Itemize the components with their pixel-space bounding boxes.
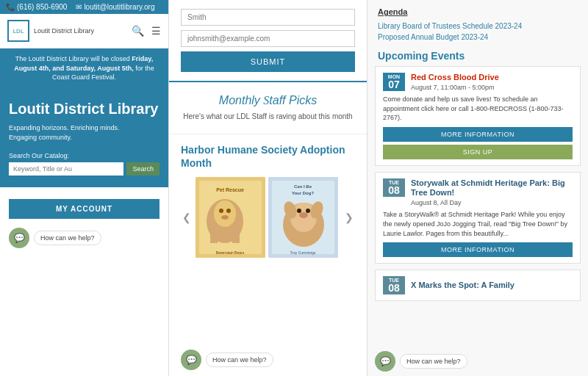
staff-picks-title: Monthly Staff Picks	[181, 94, 355, 107]
svg-text:Troy Cummings: Troy Cummings	[290, 250, 316, 255]
event-date-box-1: MON 07	[383, 73, 405, 91]
right-panel: Agenda Library Board of Trustees Schedul…	[368, 0, 588, 376]
email-address: ✉ loutit@loutitlibrary.org	[76, 3, 154, 11]
phone-icon: 📞	[6, 3, 15, 11]
search-input[interactable]	[9, 162, 123, 176]
form-section: SUBMIT	[169, 0, 367, 82]
more-info-button-1[interactable]: MORE INFORMATION	[383, 127, 573, 142]
agenda-section: Agenda Library Board of Trustees Schedul…	[368, 0, 588, 46]
header-icons: 🔍 ☰	[132, 25, 161, 37]
logo-icon: LDL	[7, 20, 29, 42]
book-covers: Pet Rescue Berenstain Bears	[196, 177, 340, 258]
book-carousel: ❮ Pet Rescue Berenstain Bears	[181, 177, 355, 258]
event-info-2: Storywalk at Schmidt Heritage Park: Big …	[411, 178, 573, 206]
book-art-2: Can I Be Your Dog? Troy Cummings	[268, 177, 338, 258]
staff-picks-section: Monthly Staff Picks Here's what our LDL …	[169, 82, 367, 134]
event-card-2: TUE 08 Storywalk at Schmidt Heritage Par…	[375, 172, 581, 264]
event-actions-1: MORE INFORMATION SIGN UP	[383, 127, 573, 159]
svg-point-19	[306, 209, 310, 213]
event-info-3: X Marks the Spot: A Family	[411, 281, 573, 290]
svg-rect-8	[210, 234, 218, 243]
chat-icon[interactable]: 💬	[9, 228, 29, 248]
svg-rect-9	[232, 234, 240, 243]
event-desc-1: Come donate and help us save lives! To s…	[383, 95, 573, 123]
book-cover-1: Pet Rescue Berenstain Bears	[196, 177, 265, 258]
svg-text:Berenstain Bears: Berenstain Bears	[216, 250, 245, 255]
library-name: Loutit District Library	[34, 27, 94, 35]
svg-point-20	[299, 212, 308, 218]
event-card-3: TUE 08 X Marks the Spot: A Family	[375, 270, 581, 301]
email-icon: ✉	[76, 3, 82, 11]
svg-text:Your Dog?: Your Dog?	[292, 191, 315, 195]
event-header-2: TUE 08 Storywalk at Schmidt Heritage Par…	[383, 178, 573, 206]
svg-point-7	[221, 215, 229, 220]
carousel-prev[interactable]: ❮	[181, 210, 193, 225]
menu-icon[interactable]: ☰	[151, 25, 161, 37]
search-icon[interactable]: 🔍	[132, 25, 144, 37]
adoption-section: Harbor Humane Society Adoption Month ❮ P…	[169, 134, 367, 344]
my-account-section: MY ACCOUNT 💬 How can we help?	[0, 187, 168, 376]
svg-text:Pet Rescue: Pet Rescue	[216, 187, 244, 192]
carousel-next[interactable]: ❯	[343, 210, 355, 225]
event-date-1: August 7, 11:00am - 5:00pm	[411, 84, 573, 91]
event-desc-2: Take a StoryWalk® at Schmidt Heritage Pa…	[383, 210, 573, 238]
logo: LDL Loutit District Library	[7, 20, 94, 42]
agenda-title: Agenda	[378, 7, 578, 16]
book-cover-2: Can I Be Your Dog? Troy Cummings	[268, 177, 338, 258]
event-title-1: Red Cross Blood Drive	[411, 73, 573, 82]
event-date-box-3: TUE 08	[383, 276, 405, 294]
search-row: Search	[9, 162, 159, 176]
hero-section: Loutit District Library Expanding horizo…	[0, 88, 168, 187]
event-actions-2: MORE INFORMATION	[383, 242, 573, 257]
logo-bar: LDL Loutit District Library 🔍 ☰	[0, 14, 168, 48]
chat-widget-right: 💬 How can we help?	[368, 347, 588, 376]
event-title-2: Storywalk at Schmidt Heritage Park: Big …	[411, 178, 573, 198]
left-panel: 📞 (616) 850-6900 ✉ loutit@loutitlibrary.…	[0, 0, 169, 376]
alert-bar: The Loutit District Library will be clos…	[0, 48, 168, 88]
chat-widget-middle: 💬 How can we help?	[169, 344, 367, 376]
agenda-link-1[interactable]: Library Board of Trustees Schedule 2023-…	[378, 21, 578, 32]
chat-text-right: How can we help?	[400, 354, 467, 369]
svg-text:Can I Be: Can I Be	[294, 184, 312, 189]
hero-title: Loutit District Library	[9, 100, 159, 118]
book-art-1: Pet Rescue Berenstain Bears	[196, 177, 265, 258]
chat-widget-left: 💬 How can we help?	[9, 228, 101, 248]
svg-point-4	[214, 200, 236, 227]
event-date-box-2: TUE 08	[383, 178, 405, 197]
event-card-1: MON 07 Red Cross Blood Drive August 7, 1…	[375, 66, 581, 166]
chat-text-left: How can we help?	[34, 231, 101, 245]
staff-picks-subtitle: Here's what our LDL Staff is raving abou…	[181, 112, 355, 122]
event-header-1: MON 07 Red Cross Blood Drive August 7, 1…	[383, 73, 573, 91]
submit-button[interactable]: SUBMIT	[181, 51, 355, 72]
chat-icon-middle[interactable]: 💬	[181, 350, 201, 370]
search-button[interactable]: Search	[126, 162, 159, 176]
last-name-input[interactable]	[181, 9, 355, 26]
top-bar: 📞 (616) 850-6900 ✉ loutit@loutitlibrary.…	[0, 0, 168, 14]
adoption-title: Harbor Humane Society Adoption Month	[181, 143, 355, 170]
more-info-button-2[interactable]: MORE INFORMATION	[383, 242, 573, 257]
upcoming-events-title: Upcoming Events	[368, 46, 588, 66]
my-account-button[interactable]: MY ACCOUNT	[9, 199, 159, 219]
svg-point-18	[297, 209, 301, 213]
event-date-2: August 8, All Day	[411, 199, 573, 206]
signup-button-1[interactable]: SIGN UP	[383, 145, 573, 159]
chat-icon-right[interactable]: 💬	[375, 351, 395, 372]
search-label: Search Our Catalog:	[9, 152, 159, 159]
agenda-link-2[interactable]: Proposed Annual Budget 2023-24	[378, 32, 578, 43]
event-info-1: Red Cross Blood Drive August 7, 11:00am …	[411, 73, 573, 91]
middle-panel: SUBMIT Monthly Staff Picks Here's what o…	[169, 0, 368, 376]
svg-point-5	[219, 209, 223, 213]
svg-point-6	[226, 209, 231, 213]
chat-text-middle: How can we help?	[206, 352, 273, 367]
hero-subtitle: Expanding horizons. Enriching minds. Eng…	[9, 123, 159, 143]
event-title-3: X Marks the Spot: A Family	[411, 281, 573, 290]
phone-number: 📞 (616) 850-6900	[6, 3, 67, 11]
email-input[interactable]	[181, 30, 355, 47]
